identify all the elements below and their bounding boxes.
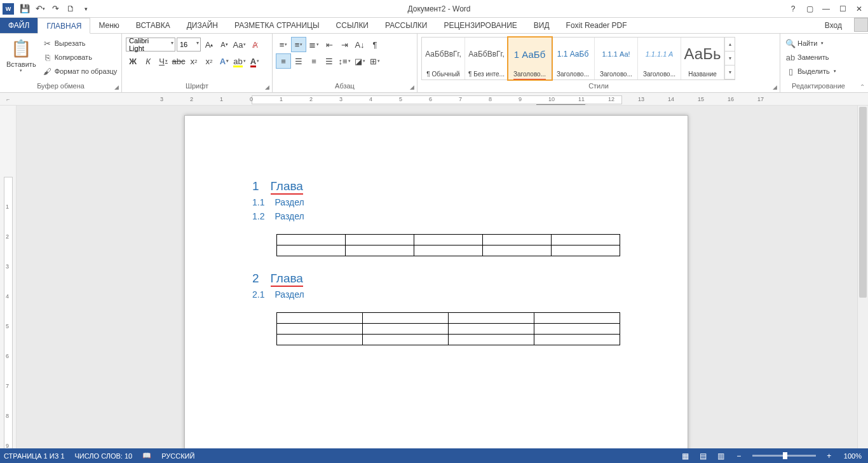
new-doc-icon[interactable]: 🗋: [64, 2, 78, 16]
find-button[interactable]: 🔍Найти▾: [783, 36, 839, 50]
shading-button[interactable]: ◪▾: [353, 54, 367, 68]
heading-2[interactable]: 1.2Раздел: [252, 211, 620, 221]
document-table[interactable]: [276, 312, 620, 345]
strikethrough-button[interactable]: abc: [172, 54, 186, 68]
zoom-out-icon[interactable]: −: [731, 450, 747, 462]
line-spacing-button[interactable]: ↕≡▾: [337, 54, 351, 68]
tab-selector-icon[interactable]: ⌐: [0, 93, 17, 105]
tab-menu[interactable]: Меню: [90, 18, 127, 33]
gallery-down-icon[interactable]: ▾: [725, 52, 735, 66]
gallery-up-icon[interactable]: ▴: [725, 38, 735, 52]
view-web-layout-icon[interactable]: ▥: [713, 450, 729, 462]
save-icon[interactable]: 💾: [18, 2, 32, 16]
tab-design[interactable]: ДИЗАЙН: [179, 18, 226, 33]
tab-home[interactable]: ГЛАВНАЯ: [37, 18, 90, 34]
qat-customize-icon[interactable]: ▾: [79, 2, 93, 16]
tab-insert[interactable]: ВСТАВКА: [128, 18, 179, 33]
font-name-combo[interactable]: Calibri Light▾: [126, 38, 175, 52]
zoom-slider-thumb[interactable]: [783, 452, 787, 459]
tab-mailings[interactable]: РАССЫЛКИ: [377, 18, 435, 33]
paragraph-dialog-launcher-icon[interactable]: ◢: [408, 83, 416, 91]
replace-button[interactable]: abЗаменить: [783, 50, 839, 64]
tab-references[interactable]: ССЫЛКИ: [328, 18, 377, 33]
increase-indent-button[interactable]: ⇥: [337, 38, 351, 52]
heading-1[interactable]: 2Глава: [252, 272, 620, 286]
view-print-layout-icon[interactable]: ▦: [677, 450, 694, 462]
user-avatar[interactable]: [854, 18, 868, 32]
text-effects-button[interactable]: A▾: [217, 54, 231, 68]
copy-button[interactable]: ⎘Копировать: [40, 50, 120, 64]
redo-icon[interactable]: ↷: [48, 2, 62, 16]
show-marks-button[interactable]: ¶: [368, 38, 382, 52]
bullets-button[interactable]: ≡▾: [276, 38, 290, 52]
style-heading3[interactable]: 1.1.1 Аа!Заголово...: [595, 38, 638, 79]
zoom-slider[interactable]: [752, 455, 816, 457]
justify-button[interactable]: ☰: [322, 54, 336, 68]
minimize-icon[interactable]: —: [818, 2, 834, 16]
status-page[interactable]: СТРАНИЦА 1 ИЗ 1: [4, 452, 65, 460]
page-content[interactable]: 1Глава 1.1Раздел 1.2Раздел 2Глава 2.1Раз…: [185, 116, 688, 345]
close-icon[interactable]: ✕: [851, 2, 867, 16]
italic-button[interactable]: К: [141, 54, 155, 68]
style-heading4[interactable]: 1.1.1.1 AЗаголово...: [638, 38, 681, 79]
styles-dialog-launcher-icon[interactable]: ◢: [771, 83, 778, 91]
style-no-spacing[interactable]: АаБбВвГг,¶ Без инте...: [465, 38, 508, 79]
grow-font-button[interactable]: A▴: [202, 38, 216, 52]
style-title[interactable]: АаБьНазвание: [681, 38, 724, 79]
superscript-button[interactable]: x2: [202, 54, 216, 68]
align-left-button[interactable]: ≡: [276, 54, 290, 68]
status-spellcheck-icon[interactable]: 📖: [142, 452, 151, 460]
vertical-ruler[interactable]: 1234567891011: [0, 106, 17, 452]
view-read-mode-icon[interactable]: ▤: [695, 450, 712, 462]
numbering-button[interactable]: ≡▾: [292, 38, 306, 52]
collapse-ribbon-icon[interactable]: ⌃: [857, 34, 868, 92]
zoom-in-icon[interactable]: +: [821, 450, 837, 462]
tab-foxit[interactable]: Foxit Reader PDF: [558, 18, 635, 33]
cut-button[interactable]: ✂Вырезать: [40, 36, 120, 50]
scrollbar-thumb[interactable]: [859, 107, 867, 298]
borders-button[interactable]: ⊞▾: [368, 54, 382, 68]
font-size-combo[interactable]: 16▾: [177, 38, 201, 52]
style-heading1[interactable]: 1 АаБбЗаголово...: [508, 38, 552, 79]
tab-page-layout[interactable]: РАЗМЕТКА СТРАНИЦЫ: [226, 18, 328, 33]
document-canvas[interactable]: 1Глава 1.1Раздел 1.2Раздел 2Глава 2.1Раз…: [17, 106, 868, 452]
zoom-level[interactable]: 100%: [844, 452, 862, 460]
document-table[interactable]: [276, 234, 620, 256]
style-heading2[interactable]: 1.1 АаБбЗаголово...: [552, 38, 595, 79]
signin-link[interactable]: Вход: [817, 18, 850, 33]
font-color-button[interactable]: А▾: [248, 54, 262, 68]
bold-button[interactable]: Ж: [126, 54, 140, 68]
multilevel-list-button[interactable]: ≣▾: [307, 38, 321, 52]
paste-button[interactable]: 📋 Вставить ▾: [3, 35, 40, 74]
tab-file[interactable]: ФАЙЛ: [0, 18, 37, 33]
help-icon[interactable]: ?: [785, 2, 801, 16]
gallery-more-icon[interactable]: ▾: [725, 66, 735, 79]
format-painter-button[interactable]: 🖌Формат по образцу: [40, 64, 120, 78]
heading-2[interactable]: 1.1Раздел: [252, 197, 620, 207]
change-case-button[interactable]: Aa▾: [233, 38, 247, 52]
status-language[interactable]: РУССКИЙ: [161, 452, 194, 460]
ribbon-display-icon[interactable]: ▢: [802, 2, 817, 16]
clipboard-dialog-launcher-icon[interactable]: ◢: [112, 83, 120, 91]
vertical-scrollbar[interactable]: [857, 106, 868, 452]
select-button[interactable]: ▯Выделить▾: [783, 64, 839, 78]
shrink-font-button[interactable]: A▾: [217, 38, 231, 52]
subscript-button[interactable]: x2: [187, 54, 201, 68]
undo-icon[interactable]: ↶▾: [33, 2, 47, 16]
status-word-count[interactable]: ЧИСЛО СЛОВ: 10: [75, 452, 133, 460]
align-right-button[interactable]: ≡: [307, 54, 321, 68]
tab-view[interactable]: ВИД: [526, 18, 558, 33]
horizontal-ruler[interactable]: ⌐ Заголовок 1 32101234567891011121314151…: [0, 93, 868, 106]
heading-1[interactable]: 1Глава: [252, 179, 620, 193]
decrease-indent-button[interactable]: ⇤: [322, 38, 336, 52]
style-normal[interactable]: АаБбВвГг,¶ Обычный: [422, 38, 465, 79]
align-center-button[interactable]: ☰: [292, 54, 306, 68]
tab-review[interactable]: РЕЦЕНЗИРОВАНИЕ: [435, 18, 525, 33]
font-dialog-launcher-icon[interactable]: ◢: [263, 83, 271, 91]
sort-button[interactable]: A↓: [353, 38, 367, 52]
maximize-icon[interactable]: ☐: [835, 2, 850, 16]
heading-2[interactable]: 2.1Раздел: [252, 289, 620, 300]
underline-button[interactable]: Ч▾: [156, 54, 170, 68]
highlight-button[interactable]: ab▾: [233, 54, 247, 68]
clear-formatting-button[interactable]: A̷: [248, 38, 262, 52]
